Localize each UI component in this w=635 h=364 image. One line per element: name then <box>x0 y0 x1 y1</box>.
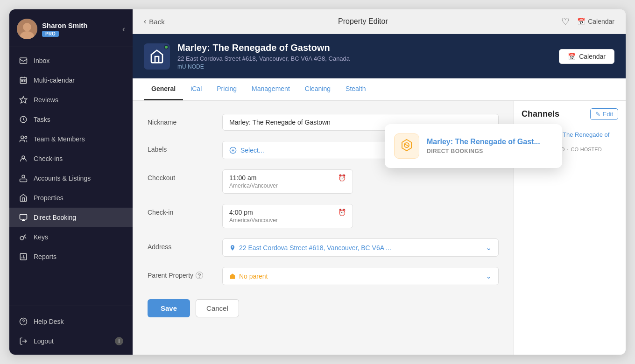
tabs-bar: General iCal Pricing Management Cleaning… <box>133 78 626 101</box>
tab-general[interactable]: General <box>144 78 183 100</box>
user-info: Sharon Smith PRO <box>42 21 88 37</box>
sidebar-footer: Help Desk Logout i <box>9 306 133 355</box>
checkout-time: 11:00 am <box>229 174 256 182</box>
sidebar-nav: Inbox Multi-calendar Reviews <box>9 47 133 306</box>
content-area: Nickname Labels Select... <box>133 101 626 355</box>
calendar-icon: 📅 <box>577 18 585 25</box>
parent-help-icon: ? <box>196 272 203 279</box>
parent-label-text: Parent Property <box>148 272 193 279</box>
popup-title: Marley: The Renegade of Gast... <box>427 138 540 146</box>
checkin-input[interactable]: 4:00 pm ⏰ America/Vancouver <box>222 204 353 228</box>
tab-ical[interactable]: iCal <box>183 78 209 100</box>
sidebar-item-reports[interactable]: Reports <box>9 247 133 266</box>
help-icon <box>19 317 28 326</box>
back-arrow-icon: ‹ <box>144 17 146 26</box>
property-calendar-button[interactable]: 📅 Calendar <box>559 49 614 64</box>
sidebar-item-label: Accounts & Listings <box>34 175 91 182</box>
pro-badge: PRO <box>42 31 59 37</box>
sidebar-item-label: Logout <box>34 337 54 345</box>
address-text: 22 East Cordova Street #618, Vancouver, … <box>229 244 391 252</box>
info-badge: i <box>115 337 123 345</box>
sidebar-item-reviews[interactable]: Reviews <box>9 90 133 110</box>
sidebar-item-label: Tasks <box>34 116 50 123</box>
sidebar-item-label: Reviews <box>34 96 58 104</box>
parent-chevron-icon: ⌄ <box>486 272 492 280</box>
address-input[interactable]: 22 East Cordova Street #618, Vancouver, … <box>222 238 499 257</box>
svg-point-13 <box>25 136 27 139</box>
property-name: Marley: The Renegade of Gastown <box>177 42 551 53</box>
sidebar-item-multi-calendar[interactable]: Multi-calendar <box>9 70 133 90</box>
svg-rect-4 <box>20 77 27 84</box>
sidebar-item-label: Reports <box>34 253 56 260</box>
user-name: Sharon Smith <box>42 21 88 29</box>
checkin-time-value: 4:00 pm ⏰ <box>229 209 346 216</box>
checkin-clock-icon: ⏰ <box>338 209 346 216</box>
tab-pricing[interactable]: Pricing <box>209 78 244 100</box>
calendar-btn-label: Calendar <box>579 53 606 60</box>
nickname-label: Nickname <box>148 114 222 126</box>
accounts-icon <box>19 174 28 183</box>
parent-input-wrap: No parent ⌄ <box>222 267 499 285</box>
sidebar-header: Sharon Smith PRO ‹ <box>9 9 133 47</box>
channels-edit-button[interactable]: ✎ Edit <box>590 108 618 120</box>
checkout-input-wrap: 11:00 am ⏰ America/Vancouver <box>222 169 499 194</box>
checkout-label: Checkout <box>148 169 222 182</box>
keys-icon <box>19 232 28 242</box>
sidebar: Sharon Smith PRO ‹ Inbox Multi-calendar <box>9 9 133 355</box>
back-button[interactable]: ‹ Back <box>144 17 165 26</box>
labels-placeholder: Select... <box>229 147 264 154</box>
sidebar-item-label: Check-ins <box>34 155 63 162</box>
back-label: Back <box>149 18 164 26</box>
sidebar-item-direct-booking[interactable]: Direct Booking <box>9 208 133 227</box>
property-address: 22 East Cordova Street #618, Vancouver, … <box>177 55 551 62</box>
sidebar-item-logout[interactable]: Logout i <box>9 331 133 351</box>
booking-popup: Marley: The Renegade of Gast... DIRECT B… <box>385 124 562 168</box>
sidebar-item-tasks[interactable]: Tasks <box>9 110 133 129</box>
parent-text: No parent <box>229 273 268 280</box>
calendar-label: Calendar <box>588 18 614 25</box>
checkout-input[interactable]: 11:00 am ⏰ America/Vancouver <box>222 169 353 194</box>
team-icon <box>19 134 28 144</box>
popup-icon <box>394 133 419 159</box>
topbar: ‹ Back Property Editor ♡ 📅 Calendar <box>133 9 626 34</box>
sidebar-item-check-ins[interactable]: Check-ins <box>9 149 133 168</box>
sidebar-item-team-members[interactable]: Team & Members <box>9 129 133 149</box>
sidebar-item-inbox[interactable]: Inbox <box>9 51 133 70</box>
address-input-wrap: 22 East Cordova Street #618, Vancouver, … <box>222 238 499 257</box>
svg-rect-3 <box>20 58 27 63</box>
online-dot <box>164 45 169 49</box>
address-chevron-icon: ⌄ <box>486 243 492 252</box>
labels-select-placeholder: Select... <box>240 147 264 154</box>
notification-icon[interactable]: ♡ <box>561 16 570 27</box>
property-info: Marley: The Renegade of Gastown 22 East … <box>177 42 551 70</box>
tab-cleaning[interactable]: Cleaning <box>297 78 338 100</box>
topbar-calendar-button[interactable]: 📅 Calendar <box>577 18 614 25</box>
checkin-timezone: America/Vancouver <box>229 217 346 224</box>
tab-management[interactable]: Management <box>244 78 297 100</box>
address-row: Address 22 East Cordova Street #618, Van… <box>148 238 499 257</box>
svg-marker-10 <box>20 97 27 103</box>
svg-point-15 <box>22 175 25 178</box>
svg-point-1 <box>23 23 31 31</box>
inbox-icon <box>19 56 28 65</box>
parent-property-select[interactable]: No parent ⌄ <box>222 267 499 285</box>
sidebar-collapse-button[interactable]: ‹ <box>122 24 125 34</box>
save-button[interactable]: Save <box>148 299 190 317</box>
labels-label: Labels <box>148 141 222 153</box>
parent-value: No parent <box>239 273 268 280</box>
cancel-button[interactable]: Cancel <box>196 299 239 317</box>
sidebar-item-help-desk[interactable]: Help Desk <box>9 312 133 331</box>
popup-subtitle: DIRECT BOOKINGS <box>427 148 540 154</box>
checkin-label: Check-in <box>148 204 222 216</box>
status-cohosted: CO-HOSTED <box>571 147 602 152</box>
sidebar-item-properties[interactable]: Properties <box>9 188 133 208</box>
sidebar-item-accounts-listings[interactable]: Accounts & Listings <box>9 168 133 188</box>
home-icon <box>19 193 28 203</box>
checkin-time: 4:00 pm <box>229 209 253 216</box>
property-header: Marley: The Renegade of Gastown 22 East … <box>133 34 626 78</box>
tab-stealth[interactable]: Stealth <box>338 78 374 100</box>
sidebar-item-keys[interactable]: Keys <box>9 227 133 247</box>
channels-title: Channels <box>522 109 559 119</box>
main-content: ‹ Back Property Editor ♡ 📅 Calendar Marl… <box>133 9 626 355</box>
topbar-right: ♡ 📅 Calendar <box>561 16 614 27</box>
